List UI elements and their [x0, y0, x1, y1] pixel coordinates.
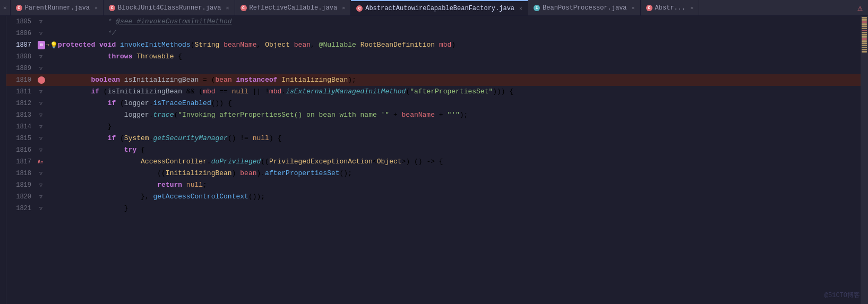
line-num-1814: 1814	[8, 123, 38, 131]
line-num-1816: 1816	[8, 146, 38, 154]
tab-icon-blockjunit: c	[109, 5, 115, 11]
line-num-1809: 1809	[8, 65, 38, 72]
scroll-mark-14	[862, 45, 867, 46]
fold-icon-1820[interactable]: ▽	[38, 194, 44, 200]
scroll-mark-1	[862, 17, 867, 19]
gutter-1821: ▽	[38, 205, 58, 212]
fold-icon-1811[interactable]: ▽	[38, 89, 44, 95]
code-line-1807: 1807 m → 💡 protected void invokeInitMeth…	[6, 39, 861, 51]
tab-close-abstr[interactable]: ✕	[690, 5, 693, 11]
fold-icon-1806[interactable]: ▽	[38, 30, 44, 37]
scroll-mark-8	[862, 32, 867, 33]
fold-icon-1819[interactable]: ▽	[38, 182, 44, 188]
gutter-1816: ▽	[38, 147, 58, 153]
scroll-mark-11	[862, 38, 867, 40]
line-num-1806: 1806	[8, 30, 38, 37]
line-num-1818: 1818	[8, 170, 38, 177]
scroll-mark-10	[862, 36, 867, 38]
code-line-1820: 1820 ▽ }, getAccessControlContext());	[6, 191, 861, 203]
right-scrollbar[interactable]	[861, 16, 868, 304]
up-arrow-badge: A↑	[38, 159, 44, 164]
gutter-1814: ▽	[38, 124, 58, 130]
code-line-1819: 1819 ▽ return null;	[6, 179, 861, 191]
code-lines-wrapper: 1805 ▽ * @see #invokeCustomInitMethod 18…	[6, 16, 861, 304]
gutter-1811: ▽	[38, 89, 58, 95]
editor-container: 1805 ▽ * @see #invokeCustomInitMethod 18…	[0, 16, 868, 304]
code-line-1812: 1812 ▽ if (logger.isTraceEnabled()) {	[6, 98, 861, 109]
line-num-1815: 1815	[8, 135, 38, 142]
arrow-right-icon: →	[46, 41, 49, 49]
code-line-1815: 1815 ▽ if (System.getSecurityManager() !…	[6, 133, 861, 144]
tab-icon-abstr: c	[646, 5, 652, 11]
watermark: @51CTO博客	[824, 291, 860, 300]
scroll-mark-15	[862, 47, 867, 48]
code-line-1811: 1811 ▽ if (isInitializingBean && (mbd ==…	[6, 86, 861, 98]
scroll-mark-3	[862, 21, 867, 23]
code-content-1813: logger.trace("Invoking afterPropertiesSe…	[58, 109, 861, 121]
fold-icon-1814[interactable]: ▽	[38, 124, 44, 130]
code-content-1812: if (logger.isTraceEnabled()) {	[58, 98, 861, 109]
code-content-1814: }	[58, 121, 861, 133]
tab-icon-reflective: c	[240, 5, 247, 11]
gutter-1820: ▽	[38, 194, 58, 200]
fold-icon-1813[interactable]: ▽	[38, 112, 44, 118]
gutter-1817: A↑	[38, 159, 58, 164]
left-gutter	[0, 16, 6, 304]
code-line-1814: 1814 ▽ }	[6, 121, 861, 133]
code-content-1820: }, getAccessControlContext());	[58, 191, 861, 203]
scroll-mark-2	[862, 19, 867, 21]
line-num-1805: 1805	[8, 18, 38, 25]
tab-blockjunit[interactable]: c BlockJUnit4ClassRunner.java ✕	[104, 0, 235, 16]
code-content-1815: if (System.getSecurityManager() != null)…	[58, 133, 861, 144]
scroll-mark-4	[862, 23, 867, 25]
gutter-1815: ▽	[38, 135, 58, 142]
code-line-1810: 1810 boolean isInitializingBean = (bean …	[6, 74, 861, 86]
tab-abstractautowire[interactable]: c AbstractAutowireCapableBeanFactory.jav…	[351, 0, 528, 16]
code-content-1819: return null;	[58, 179, 861, 191]
code-content-1810: boolean isInitializingBean = (bean insta…	[58, 74, 861, 86]
tab-close-beanpostprocessor[interactable]: ✕	[632, 5, 635, 11]
tab-close-reflective[interactable]: ✕	[342, 5, 345, 11]
fold-icon-1816[interactable]: ▽	[38, 147, 44, 153]
tab-label-beanpostprocessor: BeanPostProcessor.java	[543, 4, 626, 12]
fold-icon-1818[interactable]: ▽	[38, 170, 44, 177]
code-line-1817: 1817 A↑ AccessController.doPrivileged((P…	[6, 156, 861, 168]
fold-icon-1808[interactable]: ▽	[38, 54, 44, 60]
code-content-1817: AccessController.doPrivileged((Privilege…	[58, 156, 861, 168]
tab-bar: ✕ c ParentRunner.java ✕ c BlockJUnit4Cla…	[0, 0, 868, 16]
line-num-1808: 1808	[8, 53, 38, 60]
line-num-1811: 1811	[8, 88, 38, 95]
scroll-mark-16	[862, 49, 867, 50]
code-content-1807: protected void invokeInitMethods(String …	[58, 39, 861, 51]
code-line-1809: 1809 ▽	[6, 63, 861, 74]
fold-icon-1805[interactable]: ▽	[38, 19, 44, 25]
tab-close-parentrunner[interactable]: ✕	[94, 5, 98, 11]
tab-abstr[interactable]: c Abstr... ✕	[641, 0, 700, 16]
code-line-1816: 1816 ▽ try {	[6, 144, 861, 156]
tab-parentrunner[interactable]: c ParentRunner.java ✕	[11, 0, 104, 16]
tab-reflective[interactable]: c ReflectiveCallable.java ✕	[235, 0, 351, 16]
scroll-mark-5	[862, 25, 867, 27]
tab-close-all[interactable]: ✕	[0, 0, 11, 16]
fold-icon-1815[interactable]: ▽	[38, 135, 44, 142]
error-badge: ⚠	[857, 3, 868, 13]
tab-close-abstractautowire[interactable]: ✕	[519, 5, 522, 12]
tab-close-blockjunit[interactable]: ✕	[226, 5, 229, 11]
code-line-1805: 1805 ▽ * @see #invokeCustomInitMethod	[6, 16, 861, 28]
tab-beanpostprocessor[interactable]: I BeanPostProcessor.java ✕	[528, 0, 640, 16]
scroll-mark-7	[862, 30, 867, 31]
scroll-mark-13	[862, 42, 867, 44]
code-content-1821: }	[58, 203, 861, 214]
fold-icon-1812[interactable]: ▽	[38, 100, 44, 107]
scroll-mark-6	[862, 28, 867, 29]
breakpoint-icon-1810[interactable]	[38, 76, 45, 84]
code-content-1805: * @see #invokeCustomInitMethod	[58, 16, 861, 28]
fold-icon-1821[interactable]: ▽	[38, 205, 44, 212]
line-num-1807: 1807	[8, 41, 38, 49]
line-num-1821: 1821	[8, 205, 38, 212]
bulb-icon[interactable]: 💡	[50, 41, 58, 49]
gutter-1809: ▽	[38, 65, 58, 72]
tab-label-reflective: ReflectiveCallable.java	[250, 4, 338, 12]
tab-icon-abstractautowire: c	[356, 5, 363, 12]
fold-icon-1809[interactable]: ▽	[38, 65, 44, 72]
